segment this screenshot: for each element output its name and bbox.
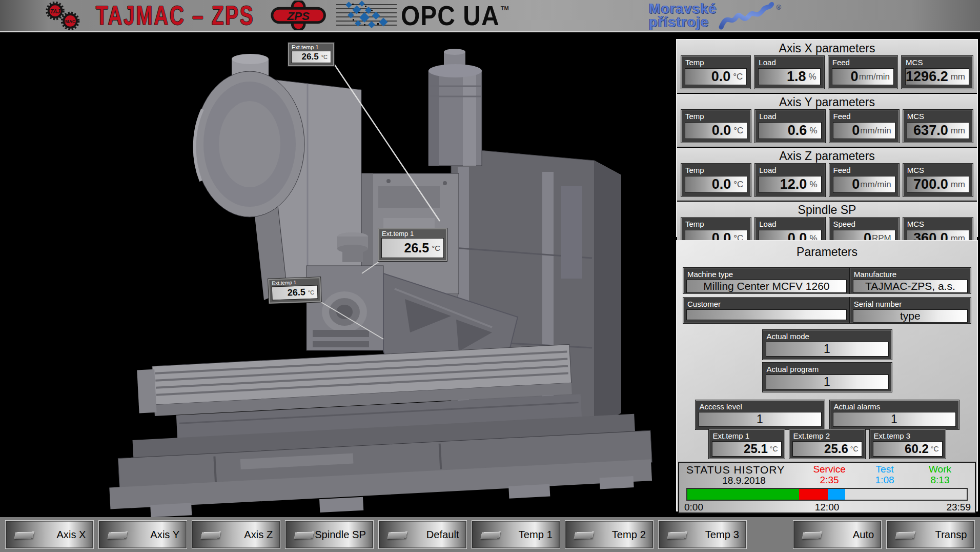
moravske-wordmark: Moravské přístroje: [649, 2, 717, 29]
moravske-swoosh-icon: [717, 1, 777, 30]
axis-y-button[interactable]: Axis Y: [98, 520, 187, 549]
tajmac-gears-icon: TAJ MAC: [38, 1, 91, 30]
axis-x-button[interactable]: Axis X: [5, 520, 94, 549]
indicator-led: [107, 531, 127, 539]
opc-ua-wordmark: OPC UA: [401, 0, 500, 31]
svg-text:ZPS: ZPS: [287, 9, 310, 23]
indicator-led: [14, 531, 34, 539]
moravske-pristroje-logo: Moravské přístroje ®: [605, 0, 980, 31]
status-history-title: STATUS HISTORY: [686, 464, 802, 476]
axis-x-load-field: Load 1.8%: [754, 56, 824, 89]
axis-y-load-field: Load 0.6%: [755, 110, 825, 143]
axis-z-temp-field: Temp 0.0°C: [681, 164, 751, 196]
axis-x-mcs-field: MCS 1296.2mm: [902, 56, 973, 89]
legend-test: Test 1:08: [857, 464, 912, 486]
ext-temp-2-field: Ext.temp 2 25.6°C: [789, 429, 865, 459]
svg-text:TAJ: TAJ: [50, 8, 61, 14]
transp-button[interactable]: Transp: [886, 520, 975, 549]
axis-y-temp-field: Temp 0.0°C: [681, 110, 751, 143]
tajmac-wordmark: TAJMAC – ZPS: [96, 0, 254, 31]
access-level-field: Access level 1: [696, 400, 825, 429]
indicator-led: [480, 531, 500, 539]
indicator-led: [387, 531, 407, 539]
temp-2-button[interactable]: Temp 2: [565, 520, 654, 549]
axis-x-feed-field: Feed 0mm/min: [828, 56, 897, 89]
indicator-led: [895, 531, 915, 539]
serial-number-field[interactable]: Serial number type: [850, 298, 971, 323]
header-bar: TAJ MAC TAJMAC – ZPS ZPS: [0, 0, 980, 32]
parameters-group: Parameters Machine type Milling Center M…: [676, 240, 978, 511]
ext-temp-overlay-3: Ext.temp 1 26.5 °C: [268, 277, 321, 304]
ext-temp-overlay-1: Ext.temp 1 26.5 °C: [288, 43, 334, 66]
tajmac-zps-logo: TAJ MAC TAJMAC – ZPS ZPS: [0, 0, 328, 31]
temp-1-button[interactable]: Temp 1: [472, 520, 560, 549]
parameters-title: Parameters: [677, 241, 977, 260]
axis-z-mcs-field: MCS 700.0mm: [903, 164, 973, 196]
axis-parameters-group: Axis X parameters Temp 0.0°C Load 1.8% F…: [676, 39, 978, 237]
timeline-axis-labels: 0:00 12:00 23:59: [686, 502, 968, 513]
spindle-sp-button[interactable]: Spindle SP: [285, 520, 374, 549]
moravske-registered-mark: ®: [777, 4, 782, 11]
ext-temp-overlay-3-value: 26.5 °C: [272, 285, 318, 300]
legend-work: Work 8:13: [912, 464, 968, 486]
status-timeline-track: [686, 488, 968, 501]
bottom-button-bar: Axis X Axis Y Axis Z Spindle SP Default …: [0, 517, 980, 552]
default-button[interactable]: Default: [378, 520, 467, 549]
axis-y-panel-title: Axis Y parameters: [677, 94, 977, 110]
indicator-led: [294, 531, 314, 539]
hmi-screen: TAJ MAC TAJMAC – ZPS ZPS: [0, 0, 980, 552]
axis-z-panel-title: Axis Z parameters: [677, 148, 977, 164]
main-area: Ext.temp 1 26.5 °C Ext.temp 1 26.5 °C Ex…: [0, 32, 980, 517]
spindle-sp-panel-title: Spindle SP: [677, 202, 977, 218]
ext-temp-1-field: Ext.temp 1 25.1°C: [709, 429, 785, 459]
ext-temp-overlay-2-value: 26.5 °C: [381, 238, 444, 258]
axis-z-load-field: Load 12.0%: [755, 164, 825, 196]
temp-3-button[interactable]: Temp 3: [658, 520, 747, 549]
opc-ua-tm: TM: [501, 5, 509, 11]
machine-type-field: Machine type Milling Center MCFV 1260: [683, 268, 850, 293]
indicator-led: [574, 531, 594, 539]
ext-temp-overlay-1-value: 26.5 °C: [291, 51, 331, 63]
axis-z-feed-field: Feed 0mm/min: [829, 164, 899, 196]
bottom-bar-spacer: [751, 520, 788, 552]
svg-text:MAC: MAC: [65, 19, 76, 24]
axis-x-panel: Axis X parameters Temp 0.0°C Load 1.8% F…: [677, 40, 977, 93]
opc-ua-logo: OPC UA TM: [328, 0, 605, 31]
customer-field[interactable]: Customer: [683, 298, 850, 323]
zps-badge-icon: ZPS: [269, 1, 328, 30]
axis-x-temp-field: Temp 0.0°C: [681, 56, 750, 89]
timeline-segment-work: [687, 489, 799, 500]
indicator-led: [200, 531, 220, 539]
axis-y-panel: Axis Y parameters Temp 0.0°C Load 0.6% F…: [677, 94, 977, 147]
opc-ua-diamonds-icon: [335, 1, 401, 30]
machine-3d-viewport[interactable]: Ext.temp 1 26.5 °C Ext.temp 1 26.5 °C Ex…: [0, 32, 669, 517]
axis-y-mcs-field: MCS 637.0mm: [903, 110, 973, 143]
axis-y-feed-field: Feed 0mm/min: [829, 110, 899, 143]
axis-z-panel: Axis Z parameters Temp 0.0°C Load 12.0% …: [677, 148, 977, 201]
status-history-date: 18.9.2018: [686, 475, 802, 486]
manufacture-field: Manufacture TAJMAC-ZPS, a.s.: [850, 268, 971, 293]
actual-program-field: Actual program 1: [763, 363, 892, 392]
legend-service: Service 2:35: [802, 464, 857, 486]
axis-x-panel-title: Axis X parameters: [677, 40, 977, 56]
timeline-segment-test: [828, 489, 846, 500]
auto-button[interactable]: Auto: [793, 520, 882, 549]
actual-mode-field: Actual mode 1: [763, 330, 892, 360]
ext-temp-3-field: Ext.temp 3 60.2°C: [870, 429, 946, 459]
indicator-led: [667, 531, 687, 539]
ext-temp-overlay-2: Ext.temp 1 26.5 °C: [378, 228, 447, 261]
indicator-led: [802, 531, 822, 539]
overlay-leader-lines: [0, 32, 669, 517]
axis-z-button[interactable]: Axis Z: [192, 520, 280, 549]
status-history-panel: STATUS HISTORY 18.9.2018 Service 2:35 Te…: [678, 462, 976, 514]
actual-alarms-field: Actual alarms 1: [830, 400, 959, 429]
timeline-segment-service: [799, 489, 828, 500]
